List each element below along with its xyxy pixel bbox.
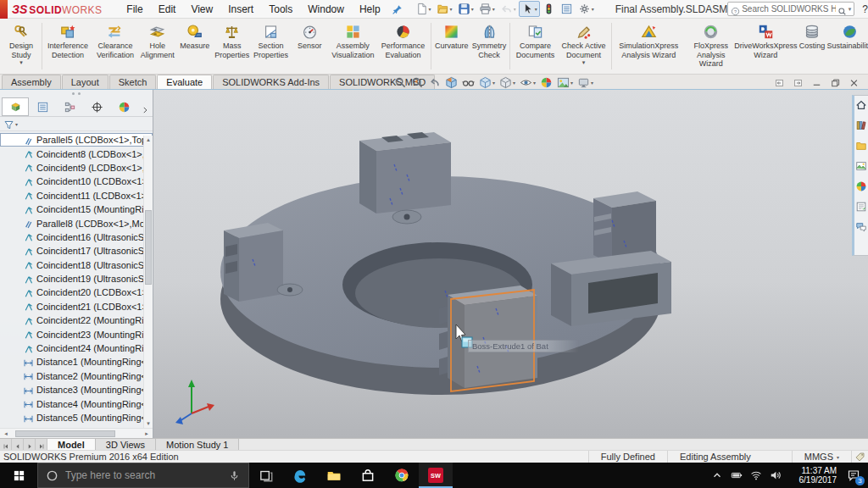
menu-item[interactable]: Window — [300, 2, 352, 17]
feature-tree-mate-item[interactable]: Coincident21 (LCDBox<1>,M — [0, 300, 153, 313]
quick-tool-button[interactable] — [498, 1, 519, 17]
panel-tab[interactable] — [84, 97, 111, 116]
feature-tree-mate-item[interactable]: Coincident20 (LCDBox<1>,M — [0, 286, 153, 299]
tray-item[interactable] — [765, 463, 785, 488]
ribbon-button[interactable]: Compare Documents — [512, 19, 558, 74]
ribbon-button[interactable]: Performance Evaluation — [377, 19, 428, 74]
taskbar-clock[interactable]: 11:37 AM 6/19/2017 — [785, 463, 839, 488]
command-tab[interactable]: Assembly — [2, 75, 61, 89]
taskbar-search-input[interactable] — [65, 469, 221, 481]
headsup-tool[interactable] — [478, 75, 496, 89]
taskpane-tab[interactable] — [855, 221, 867, 233]
quick-tool-button[interactable] — [558, 1, 576, 17]
pin-menubar-icon[interactable] — [392, 3, 403, 14]
ribbon-button[interactable]: Sustainability — [831, 19, 868, 74]
ribbon-button[interactable]: Mass Properties — [214, 19, 251, 74]
taskbar-app[interactable] — [249, 463, 283, 488]
feature-tree-mate-item[interactable]: Coincident8 (LCDBox<1>,Ultr — [0, 147, 153, 160]
ribbon-button[interactable]: Costing — [793, 19, 831, 74]
ribbon-button[interactable]: Symmetry Check — [470, 19, 509, 74]
taskpane-tab[interactable] — [855, 201, 867, 213]
feature-tree-mate-item[interactable]: Distance1 (MountingRing<1> — [0, 355, 153, 369]
taskpane-tab[interactable] — [855, 140, 867, 152]
status-tag-icon[interactable] — [851, 451, 868, 463]
headsup-tool[interactable] — [393, 75, 408, 89]
study-nav-button[interactable] — [24, 439, 36, 450]
study-tab[interactable]: Motion Study 1 — [156, 439, 239, 450]
taskpane-tab[interactable] — [855, 180, 867, 192]
taskpane-tab[interactable] — [855, 119, 867, 131]
ribbon-button[interactable]: SimulationXpress Analysis Wizard — [614, 19, 684, 74]
ribbon-button[interactable]: Measure — [176, 19, 214, 74]
quick-tool-button[interactable] — [413, 1, 434, 17]
headsup-tool[interactable] — [461, 75, 476, 89]
document-window-button[interactable] — [774, 76, 785, 86]
tray-item[interactable] — [707, 463, 726, 488]
help-search-input[interactable] — [742, 4, 835, 14]
taskbar-app[interactable] — [385, 463, 419, 488]
ribbon-button[interactable]: Sensor — [291, 19, 328, 74]
tree-vertical-scrollbar[interactable]: ▴ ▾ — [143, 136, 153, 428]
headsup-tool[interactable] — [539, 75, 554, 89]
feature-tree-mate-item[interactable]: Coincident19 (UltrasonicSens — [0, 272, 153, 286]
ribbon-button[interactable]: Section Properties — [251, 19, 292, 74]
headsup-tool[interactable] — [556, 75, 574, 89]
vertical-scroll-thumb[interactable] — [145, 210, 152, 285]
menu-item[interactable]: View — [183, 2, 220, 17]
quick-tool-button[interactable] — [434, 1, 455, 17]
taskbar-app[interactable] — [351, 463, 385, 488]
ribbon-button[interactable]: Hole Alignment — [139, 19, 176, 74]
taskpane-tab[interactable] — [855, 99, 867, 111]
document-window-button[interactable] — [830, 76, 841, 86]
headsup-tool[interactable] — [410, 75, 425, 89]
tree-horizontal-scrollbar[interactable]: ◂ ▸ — [0, 428, 153, 438]
quick-tool-button[interactable] — [455, 1, 476, 17]
panel-tab[interactable] — [2, 97, 29, 116]
menu-item[interactable]: Tools — [261, 2, 300, 17]
ribbon-button[interactable]: Design Study — [3, 19, 40, 74]
feature-tree-mate-item[interactable]: Coincident17 (UltrasonicSens — [0, 244, 153, 258]
feature-tree-mate-item[interactable]: Coincident9 (LCDBox<1>,Ultr — [0, 161, 153, 175]
feature-tree-mate-item[interactable]: Parallel8 (LCDBox<1>,Mount — [0, 216, 153, 230]
horizontal-scroll-thumb[interactable] — [15, 430, 115, 437]
document-window-button[interactable] — [793, 76, 804, 86]
scroll-down-icon[interactable]: ▾ — [144, 419, 153, 428]
feature-tree-mate-item[interactable]: Distance4 (MountingRing<1> — [0, 396, 153, 410]
panel-tab[interactable] — [56, 97, 83, 116]
menu-item[interactable]: Edit — [151, 2, 184, 17]
document-window-button[interactable] — [811, 76, 822, 86]
command-tab[interactable]: SOLIDWORKS Add-Ins — [213, 75, 329, 89]
feature-tree-mate-item[interactable]: Coincident16 (UltrasonicSens — [0, 230, 153, 244]
quick-tool-button[interactable] — [576, 1, 597, 17]
study-nav-button[interactable] — [12, 439, 24, 450]
study-tab[interactable]: 3D Views — [96, 439, 156, 450]
document-window-button[interactable] — [849, 76, 860, 86]
study-tab[interactable]: Model — [47, 439, 96, 450]
tray-item[interactable] — [726, 463, 746, 488]
help-search-box[interactable]: ? ▾ — [727, 2, 854, 16]
taskpane-tab[interactable] — [855, 160, 867, 172]
ribbon-button[interactable]: Clearance Verification — [92, 19, 139, 74]
quick-tool-button[interactable] — [540, 1, 558, 17]
search-icon[interactable] — [837, 4, 847, 14]
ribbon-button[interactable]: Curvature — [433, 19, 470, 74]
command-tab[interactable]: Evaluate — [157, 75, 212, 89]
help-button[interactable]: ? — [862, 3, 868, 15]
menu-item[interactable]: File — [119, 2, 150, 17]
command-tab[interactable]: Sketch — [109, 75, 157, 89]
quick-tool-button[interactable] — [519, 1, 540, 17]
tray-item[interactable] — [746, 463, 765, 488]
panel-expand-button[interactable] — [138, 97, 151, 116]
assembly-3d-model[interactable] — [153, 90, 853, 438]
microphone-icon[interactable] — [228, 469, 241, 482]
feature-tree-mate-item[interactable]: Coincident11 (LCDBox<1>,Ul — [0, 189, 153, 202]
quick-tool-button[interactable] — [476, 1, 498, 17]
headsup-tool[interactable] — [576, 75, 594, 89]
start-button[interactable] — [0, 463, 37, 488]
study-nav-button[interactable] — [36, 439, 47, 450]
ribbon-button[interactable]: Interference Detection — [44, 19, 92, 74]
panel-drag-handle[interactable] — [0, 90, 153, 97]
scroll-up-icon[interactable]: ▴ — [144, 136, 153, 144]
search-dropdown-icon[interactable]: ▾ — [849, 6, 852, 13]
taskbar-app[interactable]: SW — [419, 463, 453, 488]
